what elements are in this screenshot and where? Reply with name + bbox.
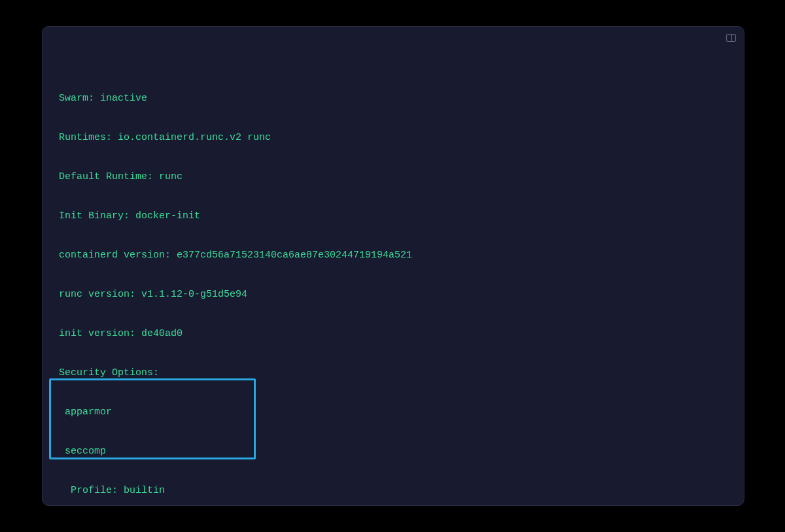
output-line: seccomp — [53, 445, 733, 458]
terminal-window: Swarm: inactive Runtimes: io.containerd.… — [42, 26, 744, 506]
output-line: Runtimes: io.containerd.runc.v2 runc — [53, 131, 733, 144]
window-sidebar-toggle-icon[interactable] — [724, 33, 736, 45]
output-line: apparmor — [53, 406, 733, 419]
output-line: Default Runtime: runc — [53, 171, 733, 184]
output-line: Security Options: — [53, 367, 733, 380]
output-line: containerd version: e377cd56a71523140ca6… — [53, 249, 733, 262]
output-line: Profile: builtin — [53, 484, 733, 497]
output-line: Swarm: inactive — [53, 92, 733, 105]
terminal-output[interactable]: Swarm: inactive Runtimes: io.containerd.… — [53, 53, 733, 495]
output-line: init version: de40ad0 — [53, 327, 733, 341]
output-line: Init Binary: docker-init — [53, 210, 733, 223]
output-line: runc version: v1.1.12-0-g51d5e94 — [53, 288, 733, 301]
